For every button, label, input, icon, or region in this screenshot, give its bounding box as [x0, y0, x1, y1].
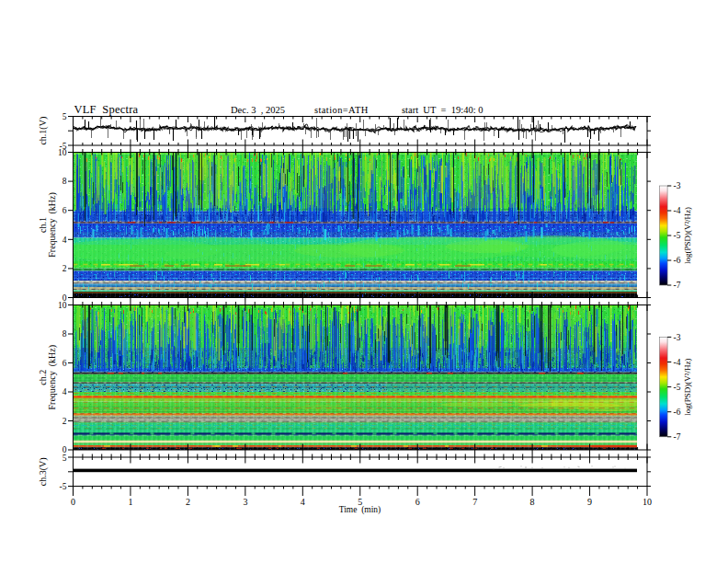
svg-text:-7: -7 — [674, 281, 681, 290]
svg-text:-6: -6 — [674, 408, 681, 417]
svg-text:-4: -4 — [674, 358, 681, 367]
svg-text:2: 2 — [63, 264, 67, 273]
svg-text:Dec. 3 , 2025: Dec. 3 , 2025 — [231, 105, 285, 115]
svg-text:-6: -6 — [674, 256, 681, 265]
svg-text:8: 8 — [63, 329, 67, 339]
svg-text:2: 2 — [63, 417, 67, 426]
svg-text:-3: -3 — [674, 333, 681, 342]
svg-text:8: 8 — [63, 177, 67, 186]
svg-text:0: 0 — [71, 497, 75, 507]
svg-text:6: 6 — [63, 359, 67, 368]
svg-text:ch.1(V): ch.1(V) — [38, 117, 49, 145]
svg-text:start UT = 19:40: 0: start UT = 19:40: 0 — [402, 105, 483, 115]
svg-text:5: 5 — [63, 454, 67, 463]
svg-text:3: 3 — [243, 497, 247, 507]
svg-text:4: 4 — [63, 236, 67, 245]
svg-text:10: 10 — [58, 148, 67, 157]
svg-text:ch.3(V): ch.3(V) — [38, 457, 49, 486]
svg-text:10: 10 — [58, 301, 67, 310]
svg-text:1: 1 — [128, 497, 132, 507]
svg-text:5: 5 — [63, 112, 67, 121]
svg-text:10: 10 — [643, 497, 652, 507]
svg-text:Frequency (kHz): Frequency (kHz) — [47, 192, 58, 258]
svg-text:VLF Spectra: VLF Spectra — [74, 103, 139, 116]
svg-text:-7: -7 — [674, 432, 681, 442]
svg-text:4: 4 — [301, 497, 305, 507]
svg-text:-5: -5 — [674, 383, 681, 392]
svg-text:6: 6 — [63, 206, 67, 215]
svg-text:-3: -3 — [674, 181, 681, 190]
svg-text:8: 8 — [530, 497, 535, 507]
svg-text:-5: -5 — [674, 231, 681, 240]
svg-text:2: 2 — [186, 497, 190, 507]
svg-text:7: 7 — [472, 497, 477, 507]
svg-text:station=ATH: station=ATH — [314, 105, 369, 115]
svg-text:log(PSD)(V²/Hz): log(PSD)(V²/Hz) — [683, 358, 692, 415]
svg-text:-4: -4 — [674, 206, 681, 215]
svg-text:9: 9 — [587, 497, 592, 507]
svg-text:Frequency (kHz): Frequency (kHz) — [47, 345, 58, 410]
svg-text:6: 6 — [415, 497, 420, 507]
svg-text:4: 4 — [63, 387, 67, 396]
svg-text:Time (min): Time (min) — [339, 505, 381, 515]
svg-text:log(PSD)(V²/Hz): log(PSD)(V²/Hz) — [683, 207, 692, 264]
svg-text:-5: -5 — [60, 482, 67, 491]
